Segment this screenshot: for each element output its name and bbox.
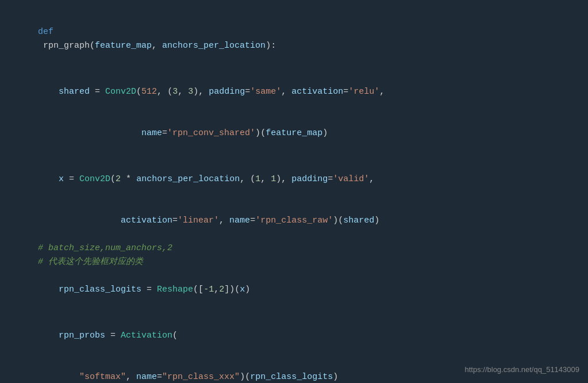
code-line-9: rpn_class_logits = Reshape([-1,2])(x): [17, 269, 571, 311]
spacer: [17, 154, 571, 159]
class-conv2d: Conv2D: [105, 87, 136, 97]
code-line-6: activation='linear', name='rpn_class_raw…: [17, 200, 571, 242]
code-line-comment1: # batch_size,num_anchors,2: [17, 242, 571, 255]
code-line-5: x = Conv2D(2 * anchors_per_location, (1,…: [17, 159, 571, 200]
code-line-11: rpn_probs = Activation(: [17, 315, 571, 357]
watermark: https://blog.csdn.net/qq_51143009: [465, 364, 580, 376]
var-shared: shared: [59, 87, 90, 97]
code-line-comment2: # 代表这个先验框对应的类: [17, 255, 571, 269]
code-container: def rpn_graph(feature_map, anchors_per_l…: [0, 0, 588, 383]
spacer: [17, 311, 571, 315]
function-name: rpn_graph: [38, 41, 90, 51]
code-line-2: shared = Conv2D(512, (3, 3), padding='sa…: [17, 71, 571, 113]
code-line-1: def rpn_graph(feature_map, anchors_per_l…: [17, 12, 571, 67]
spacer: [17, 67, 571, 71]
code-line-3: name='rpn_conv_shared')(feature_map): [17, 113, 571, 154]
keyword-def: def: [38, 27, 53, 37]
